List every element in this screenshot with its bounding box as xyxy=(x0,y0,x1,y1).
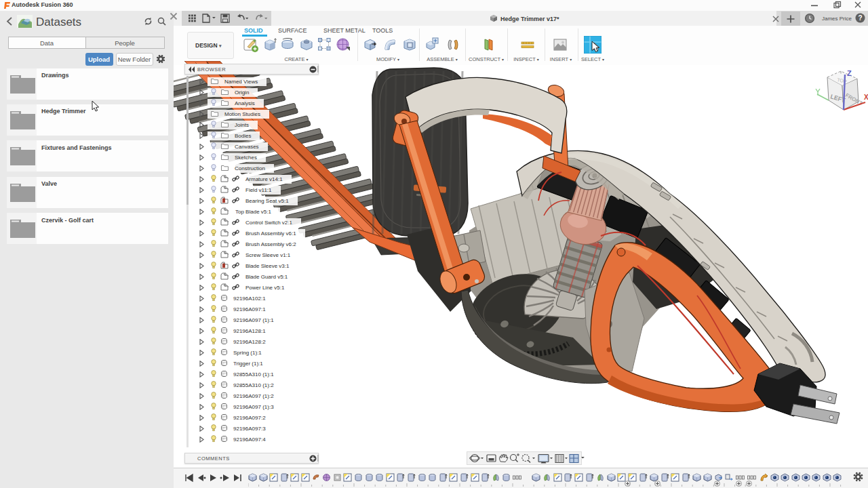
svg-text:?: ? xyxy=(858,14,862,22)
svg-text:Z: Z xyxy=(847,69,852,77)
svg-text:X: X xyxy=(864,94,868,101)
